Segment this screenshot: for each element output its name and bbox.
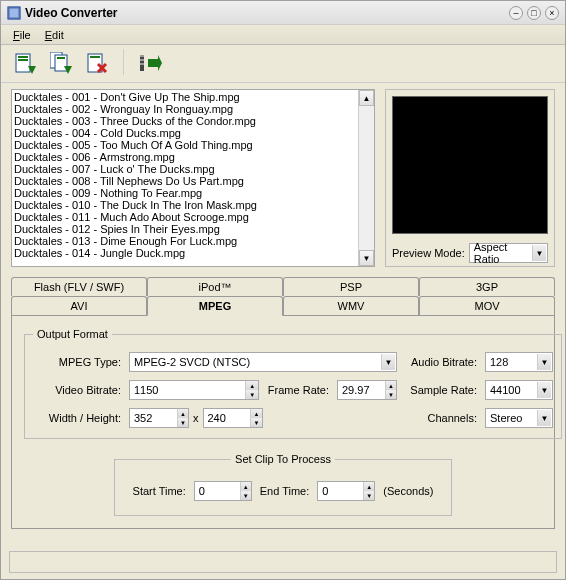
app-window: Video Converter – □ × File Edit Ducktale… [0,0,566,580]
tab-wmv[interactable]: WMV [283,296,419,315]
channels-label: Channels: [401,412,481,424]
svg-rect-11 [90,56,100,58]
remove-button[interactable] [83,49,111,77]
video-bitrate-label: Video Bitrate: [33,384,125,396]
scroll-down-arrow[interactable]: ▼ [359,250,374,266]
width-height-label: Width / Height: [33,412,125,424]
audio-bitrate-label: Audio Bitrate: [401,356,481,368]
list-item[interactable]: Ducktales - 014 - Jungle Duck.mpg [14,247,356,259]
remove-icon [86,52,108,74]
add-file-button[interactable] [11,49,39,77]
window-buttons: – □ × [509,6,559,20]
list-item[interactable]: Ducktales - 011 - Much Ado About Scrooge… [14,211,356,223]
tab-psp[interactable]: PSP [283,277,419,296]
list-scrollbar[interactable]: ▲ ▼ [358,90,374,266]
svg-marker-18 [148,55,162,71]
svg-rect-3 [18,56,28,58]
list-item[interactable]: Ducktales - 006 - Armstrong.mpg [14,151,356,163]
sample-rate-select[interactable]: 44100 ▼ [485,380,553,400]
height-spinner[interactable]: ▲▼ [203,408,263,428]
menu-edit[interactable]: Edit [39,27,70,43]
svg-rect-8 [57,57,65,59]
mpeg-type-select[interactable]: MPEG-2 SVCD (NTSC) ▼ [129,352,397,372]
end-time-spinner[interactable]: ▲▼ [317,481,375,501]
preview-panel: Preview Mode: Aspect Ratio ▼ [385,89,555,267]
list-item[interactable]: Ducktales - 003 - Three Ducks of the Con… [14,115,356,127]
window-title: Video Converter [25,6,509,20]
list-item[interactable]: Ducktales - 009 - Nothing To Fear.mpg [14,187,356,199]
format-tabs: Flash (FLV / SWF)iPod™PSP3GP AVIMPEGWMVM… [11,277,555,529]
frame-rate-spinner[interactable]: ▲▼ [337,380,397,400]
start-time-label: Start Time: [133,485,186,497]
list-item[interactable]: Ducktales - 001 - Don't Give Up The Ship… [14,91,356,103]
audio-bitrate-select[interactable]: 128 ▼ [485,352,553,372]
width-spinner[interactable]: ▲▼ [129,408,189,428]
tab-avi[interactable]: AVI [11,296,147,315]
list-item[interactable]: Ducktales - 004 - Cold Ducks.mpg [14,127,356,139]
list-item[interactable]: Ducktales - 008 - Till Nephews Do Us Par… [14,175,356,187]
tab-3gp[interactable]: 3GP [419,277,555,296]
tab-ipod-[interactable]: iPod™ [147,277,283,296]
minimize-button[interactable]: – [509,6,523,20]
statusbar [9,551,557,573]
list-item[interactable]: Ducktales - 012 - Spies In Their Eyes.mp… [14,223,356,235]
chevron-down-icon: ▼ [381,354,395,370]
tabs-top-row: Flash (FLV / SWF)iPod™PSP3GP [11,277,555,296]
toolbar [1,45,565,83]
tabs-bottom-row: AVIMPEGWMVMOV [11,296,555,315]
toolbar-separator [123,49,124,75]
maximize-button[interactable]: □ [527,6,541,20]
main-area: Ducktales - 001 - Don't Give Up The Ship… [1,83,565,549]
video-bitrate-spinner[interactable]: ▲▼ [129,380,259,400]
frame-rate-label: Frame Rate: [263,384,333,396]
close-button[interactable]: × [545,6,559,20]
tab-pane-mpeg: Output Format MPEG Type: MPEG-2 SVCD (NT… [11,315,555,529]
end-time-label: End Time: [260,485,310,497]
svg-rect-1 [10,8,19,17]
mpeg-type-label: MPEG Type: [33,356,125,368]
chevron-down-icon: ▼ [532,245,546,261]
convert-button[interactable] [136,49,164,77]
svg-rect-15 [140,55,144,57]
scroll-up-arrow[interactable]: ▲ [359,90,374,106]
batch-add-button[interactable] [47,49,75,77]
file-listbox[interactable]: Ducktales - 001 - Don't Give Up The Ship… [11,89,375,267]
output-format-group: Output Format MPEG Type: MPEG-2 SVCD (NT… [24,328,562,439]
top-row: Ducktales - 001 - Don't Give Up The Ship… [11,89,555,267]
list-item[interactable]: Ducktales - 005 - Too Much Of A Gold Thi… [14,139,356,151]
titlebar: Video Converter – □ × [1,1,565,25]
output-format-legend: Output Format [33,328,112,340]
preview-mode-label: Preview Mode: [392,247,465,259]
batch-add-icon [50,52,72,74]
app-icon [7,6,21,20]
clip-group: Set Clip To Process Start Time: ▲▼ End T… [114,453,453,516]
list-item[interactable]: Ducktales - 007 - Luck o' The Ducks.mpg [14,163,356,175]
add-file-icon [14,52,36,74]
preview-mode-select[interactable]: Aspect Ratio ▼ [469,243,548,263]
svg-rect-4 [18,59,28,61]
clip-legend: Set Clip To Process [231,453,335,465]
preview-screen [392,96,548,234]
svg-rect-17 [140,63,144,65]
list-item[interactable]: Ducktales - 010 - The Duck In The Iron M… [14,199,356,211]
start-time-spinner[interactable]: ▲▼ [194,481,252,501]
channels-select[interactable]: Stereo ▼ [485,408,553,428]
menu-file[interactable]: File [7,27,37,43]
menubar: File Edit [1,25,565,45]
chevron-down-icon: ▼ [537,410,551,426]
convert-icon [138,51,162,75]
tab-mpeg[interactable]: MPEG [147,296,283,316]
chevron-down-icon: ▼ [537,354,551,370]
file-list[interactable]: Ducktales - 001 - Don't Give Up The Ship… [12,90,358,266]
preview-mode-value: Aspect Ratio [474,241,531,265]
wh-separator: x [193,412,199,424]
chevron-down-icon: ▼ [537,382,551,398]
sample-rate-label: Sample Rate: [401,384,481,396]
svg-rect-16 [140,59,144,61]
clip-unit-label: (Seconds) [383,485,433,497]
list-item[interactable]: Ducktales - 013 - Dime Enough For Luck.m… [14,235,356,247]
tab-flash-flv-swf-[interactable]: Flash (FLV / SWF) [11,277,147,296]
tab-mov[interactable]: MOV [419,296,555,315]
list-item[interactable]: Ducktales - 002 - Wronguay In Ronguay.mp… [14,103,356,115]
